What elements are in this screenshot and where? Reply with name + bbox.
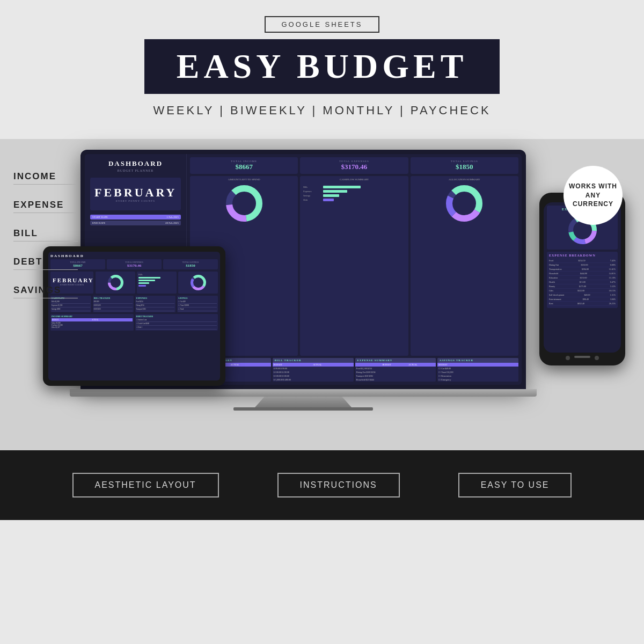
currency-badge: WORKS WITH ANY CURRENCY bbox=[564, 166, 623, 225]
sidebar-expense: EXPENSE bbox=[13, 200, 78, 213]
tablet-chart-2: Bills bbox=[137, 272, 177, 294]
subtitle: WEEKLY | BIWEEKLY | MONTHLY | PAYCHECK bbox=[32, 104, 612, 118]
end-date-row: END DATE 28 Feb 2025 bbox=[90, 221, 181, 225]
aesthetic-layout-text: AESTHETIC LAYOUT bbox=[95, 480, 196, 490]
breakdown-gifts: Gifts$322.0010.15% bbox=[549, 289, 616, 293]
phone-menu-btn bbox=[595, 356, 599, 360]
breakdown-title: EXPENSE BREAKDOWN bbox=[549, 254, 616, 257]
savings-tracker-table: SAVINGS TRACKER BUDGET ☐ Car $49.00 ☐ Tr… bbox=[437, 358, 518, 382]
breakdown-dining: Dining Out$160.000.00% bbox=[549, 263, 616, 267]
month-tagline: EVERY PENNY COUNTS bbox=[94, 200, 177, 202]
tablet-expense-table: EXPENSES Food $234 Dining $194 Transport… bbox=[135, 296, 176, 312]
currency-line2: ANY bbox=[569, 191, 617, 200]
breakdown-food: Food$254.597.42% bbox=[549, 259, 616, 263]
tablet-savings-table: SAVINGS ☐ Car $49 ☐ Travel $3000 ☐ Fund bbox=[177, 296, 218, 312]
laptop-stand bbox=[255, 397, 352, 407]
badge-text: GOOGLE SHEETS bbox=[282, 20, 363, 28]
laptop-foot bbox=[233, 407, 373, 411]
main-title-box: EASY BUDGET bbox=[144, 39, 500, 94]
tablet-expenses: TOTAL EXPENSES $3170.46 bbox=[107, 259, 162, 269]
tablet-income-table: INCOME SUMMARY BUDGET ACTUAL Salary $5,0… bbox=[50, 314, 134, 331]
tablet-chart-3 bbox=[178, 272, 218, 294]
bottom-section: AESTHETIC LAYOUT INSTRUCTIONS EASY TO US… bbox=[0, 450, 644, 520]
expense-summary-table: EXPENSE SUMMARY BUDGET ACTUAL Food $2,10… bbox=[355, 358, 436, 382]
start-date-row: START DATE 1 Feb 2025 bbox=[90, 215, 181, 219]
currency-line3: CURRENCY bbox=[569, 200, 617, 209]
sidebar-income: INCOME bbox=[13, 171, 78, 185]
breakdown-entertainment: Entertainment$96.493.04% bbox=[549, 297, 616, 302]
tablet-bill-table: BILL TRACKER $99 $99 $100 $238 $100 $100 bbox=[93, 296, 134, 312]
month-display: FEBRUARY EVERY PENNY COUNTS bbox=[90, 178, 181, 210]
breakdown-education: Education$150.0011.10% bbox=[549, 276, 616, 280]
phone-home-btn bbox=[574, 356, 590, 358]
aesthetic-layout-badge: AESTHETIC LAYOUT bbox=[72, 473, 219, 497]
dash-title: DASHBOARD bbox=[90, 159, 181, 168]
instructions-text: INSTRUCTIONS bbox=[300, 480, 377, 490]
expenses-stat: TOTAL EXPENSES $3170.46 bbox=[300, 157, 408, 174]
laptop-base bbox=[70, 389, 537, 397]
tablet-bottom-tables: INCOME SUMMARY BUDGET ACTUAL Salary $5,0… bbox=[50, 314, 218, 331]
tablet-charts: Bills bbox=[96, 272, 218, 294]
instructions-badge: INSTRUCTIONS bbox=[277, 473, 400, 497]
breakdown-selfdev: Self-development$48.001.51% bbox=[549, 293, 616, 297]
breakdown-rent: Rent$832.4026.25% bbox=[549, 302, 616, 306]
sidebar-bill: BILL bbox=[13, 228, 78, 241]
tablet-savings: TOTAL SAVINGS $1850 bbox=[163, 259, 218, 269]
sidebar-debt: DEBT bbox=[13, 257, 78, 270]
dash-subtitle: BUDGET PLANNER bbox=[90, 169, 181, 172]
allocation-chart: ALLOCATION SUMMARY bbox=[411, 176, 518, 356]
savings-stat: TOTAL SAVINGS $1850 bbox=[411, 157, 518, 174]
phone-back-btn bbox=[566, 356, 570, 360]
income-stat: TOTAL INCOME $8667 bbox=[190, 157, 298, 174]
sidebar-savings: SAVINGS bbox=[13, 285, 78, 298]
google-sheets-badge: GOOGLE SHEETS bbox=[265, 16, 380, 33]
cashflow-chart: CASHFLOW SUMMARY Bills Expenses bbox=[300, 176, 408, 356]
breakdown-household: Household$444.8014.01% bbox=[549, 272, 616, 276]
breakdown-beauty: Beauty$175.005.52% bbox=[549, 284, 616, 289]
breakdown-health: Health$15.000.47% bbox=[549, 280, 616, 284]
breakdown-transport: Transportation$394.0012.41% bbox=[549, 267, 616, 272]
month-text: FEBRUARY bbox=[94, 186, 177, 200]
bill-tracker-table: BILL TRACKER BUDGET ACTUAL $ 99.00 $ 99.… bbox=[273, 358, 354, 382]
tablet-debt-table: DEBT TRACKER ☐ Student Loan ☐ Credit Car… bbox=[135, 314, 218, 331]
easy-to-use-text: EASY TO USE bbox=[481, 480, 550, 490]
easy-to-use-badge: EASY TO USE bbox=[458, 473, 572, 497]
phone-breakdown: EXPENSE BREAKDOWN Food$254.597.42% Dinin… bbox=[547, 252, 618, 308]
top-section: GOOGLE SHEETS EASY BUDGET WEEKLY | BIWEE… bbox=[0, 0, 644, 139]
phone-screen: EXPENSE SUMMARY EXPENSE BREAKDOWN Food bbox=[544, 202, 621, 353]
phone-bottom-bar bbox=[544, 353, 621, 361]
currency-line1: WORKS WITH bbox=[569, 182, 617, 191]
main-title: EASY BUDGET bbox=[177, 47, 468, 86]
middle-section: INCOME EXPENSE BILL DEBT SAVINGS WORKS W… bbox=[0, 139, 644, 450]
tablet-chart-1 bbox=[96, 272, 135, 294]
sidebar-labels: INCOME EXPENSE BILL DEBT SAVINGS bbox=[13, 171, 78, 298]
